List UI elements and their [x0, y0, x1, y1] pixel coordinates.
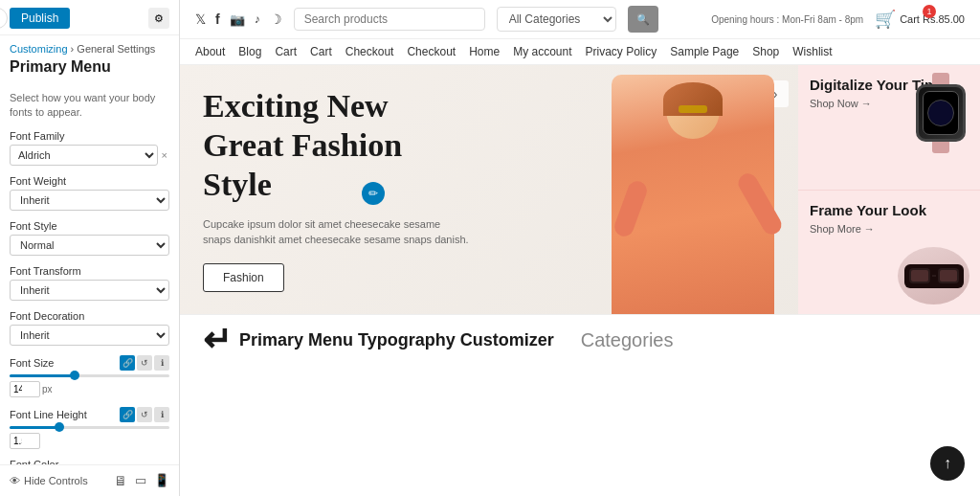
font-size-slider-fill [10, 374, 74, 377]
cart-icon[interactable]: 🛒 [875, 9, 896, 30]
font-line-height-controls: 🔗 ↺ ℹ [120, 407, 169, 422]
category-select[interactable]: All Categories [497, 7, 616, 32]
product-card-glasses-title: Frame Your Look [810, 202, 969, 219]
nav-about[interactable]: About [195, 45, 225, 58]
font-line-height-row: Font Line Height 🔗 ↺ ℹ [10, 407, 169, 449]
panel-header: Publish ⚙ [0, 0, 179, 35]
font-family-label: Font Family [10, 130, 169, 142]
font-decoration-row: Font Decoration Inherit [10, 310, 169, 346]
bottom-overlay: ↵ Primary Menu Typography Customizer Cat… [180, 314, 980, 365]
search-button[interactable]: 🔍 [628, 6, 658, 33]
product-card-glasses: Frame Your Look Shop More → [798, 191, 980, 315]
font-weight-select[interactable]: Inherit [10, 190, 169, 211]
line-height-reset-icon[interactable]: ↺ [137, 407, 152, 422]
font-size-input[interactable]: 14 [10, 381, 40, 397]
font-transform-row: Font Transform Inherit [10, 265, 169, 301]
section-description: Select how you want your body fonts to a… [10, 91, 169, 121]
phone-icon[interactable]: 📱 [154, 473, 169, 488]
publish-button[interactable]: Publish [10, 8, 70, 29]
search-input[interactable] [294, 8, 485, 31]
panel-title: Primary Menu [0, 56, 179, 83]
nav-checkout-1[interactable]: Checkout [345, 45, 394, 58]
font-style-label: Font Style [10, 220, 169, 232]
panel-scroll-area: Select how you want your body fonts to a… [0, 83, 179, 464]
eye-icon: 👁 [10, 475, 20, 486]
font-line-height-slider-thumb[interactable] [55, 422, 64, 432]
cart-badge: 1 [923, 5, 936, 18]
tiktok-icon[interactable]: ♪ [255, 12, 260, 26]
back-to-top-button[interactable]: ↑ [930, 446, 965, 481]
line-height-info-icon[interactable]: ℹ [154, 407, 169, 422]
site-preview: 𝕏 f 📷 ♪ ☽ All Categories 🔍 Opening hours… [180, 0, 980, 496]
font-size-info-icon[interactable]: ℹ [154, 355, 169, 371]
nav-privacy-policy[interactable]: Privacy Policy [586, 45, 657, 58]
nav-sample-page[interactable]: Sample Page [670, 45, 739, 58]
hide-controls-button[interactable]: 👁 Hide Controls [10, 475, 88, 486]
font-line-height-slider-container [10, 426, 169, 429]
font-size-label: Font Size [10, 357, 54, 369]
font-line-height-input[interactable] [10, 433, 40, 449]
hero-text-area: Exciting New Great Fashion Style Cupcake… [203, 87, 471, 291]
font-size-link-icon[interactable]: 🔗 [120, 355, 135, 371]
font-line-height-label: Font Line Height [10, 409, 87, 420]
main-navigation: About Blog Cart Cart Checkout Checkout H… [180, 39, 980, 65]
nav-cart-2[interactable]: Cart [310, 45, 332, 58]
font-line-height-slider-fill [10, 426, 57, 429]
font-size-slider-track[interactable] [10, 374, 169, 377]
facebook-icon[interactable]: f [215, 11, 220, 27]
glasses-image [898, 239, 974, 306]
font-style-select[interactable]: Normal [10, 235, 169, 256]
tablet-icon[interactable]: ▭ [135, 473, 146, 488]
overlay-sub-text: Categories [581, 329, 674, 351]
nav-shop[interactable]: Shop [752, 45, 779, 58]
font-weight-label: Font Weight [10, 175, 169, 187]
font-size-controls: 🔗 ↺ ℹ [120, 355, 169, 371]
overlay-main-text: Primary Menu Typography Customizer [239, 330, 554, 350]
line-height-link-icon[interactable]: 🔗 [120, 407, 135, 422]
customizer-badge[interactable]: ✏ [362, 182, 385, 205]
font-decoration-label: Font Decoration [10, 310, 169, 322]
font-size-slider-thumb[interactable] [70, 371, 79, 380]
nav-checkout-2[interactable]: Checkout [407, 45, 456, 58]
font-size-unit: px [42, 384, 53, 395]
customizer-panel: Publish ⚙ ‹ Customizing › General Settin… [0, 0, 180, 496]
hero-fashion-button[interactable]: Fashion [203, 263, 284, 292]
hero-person-image [597, 65, 789, 314]
product-card-watch: Digitalize Your Time Shop Now → [798, 65, 980, 191]
hours-text: Opening hours : Mon-Fri 8am - 8pm [711, 14, 863, 25]
font-weight-row: Font Weight Inherit [10, 175, 169, 211]
twitter-icon[interactable]: 𝕏 [195, 11, 206, 27]
font-size-input-wrap: 14 px [10, 381, 169, 397]
main-content: 𝕏 f 📷 ♪ ☽ All Categories 🔍 Opening hours… [180, 0, 980, 496]
font-size-reset-icon[interactable]: ↺ [137, 355, 152, 371]
watch-image [907, 73, 974, 149]
nav-home[interactable]: Home [469, 45, 500, 58]
social-icons: 𝕏 f 📷 ♪ ☽ [195, 11, 282, 27]
font-family-clear-button[interactable]: × [160, 149, 169, 161]
footer-device-icons: 🖥 ▭ 📱 [114, 473, 169, 488]
nav-wishlist[interactable]: Wishlist [792, 45, 832, 58]
nav-blog[interactable]: Blog [238, 45, 261, 58]
instagram-icon[interactable]: 📷 [230, 12, 245, 27]
cart-area: 🛒 1 Cart Rs.85.00 [875, 9, 965, 30]
nav-cart-1[interactable]: Cart [275, 45, 297, 58]
font-line-height-slider-track[interactable] [10, 426, 169, 429]
nav-my-account[interactable]: My account [513, 45, 571, 58]
dark-mode-icon[interactable]: ☽ [270, 11, 282, 27]
hero-title: Exciting New Great Fashion Style [203, 87, 471, 204]
panel-footer: 👁 Hide Controls 🖥 ▭ 📱 [0, 464, 179, 496]
font-line-height-input-wrap [10, 433, 169, 449]
font-family-select[interactable]: Aldrich [10, 145, 158, 166]
font-size-slider-container [10, 374, 169, 377]
monitor-icon[interactable]: 🖥 [114, 473, 127, 488]
font-size-row: Font Size 🔗 ↺ ℹ 14 px [10, 355, 169, 397]
gear-button[interactable]: ⚙ [148, 8, 169, 29]
hero-section: ‹ › Exciting New Great Fashion Style Cup… [180, 65, 980, 314]
font-transform-label: Font Transform [10, 265, 169, 277]
arrow-graphic: ↵ [203, 325, 232, 355]
font-transform-select[interactable]: Inherit [10, 280, 169, 301]
product-cards: Digitalize Your Time Shop Now → [798, 65, 980, 314]
product-card-glasses-link[interactable]: Shop More → [810, 223, 969, 235]
hero-description: Cupcake ipsum dolor sit amet cheesecake … [203, 216, 471, 248]
font-decoration-select[interactable]: Inherit [10, 325, 169, 346]
